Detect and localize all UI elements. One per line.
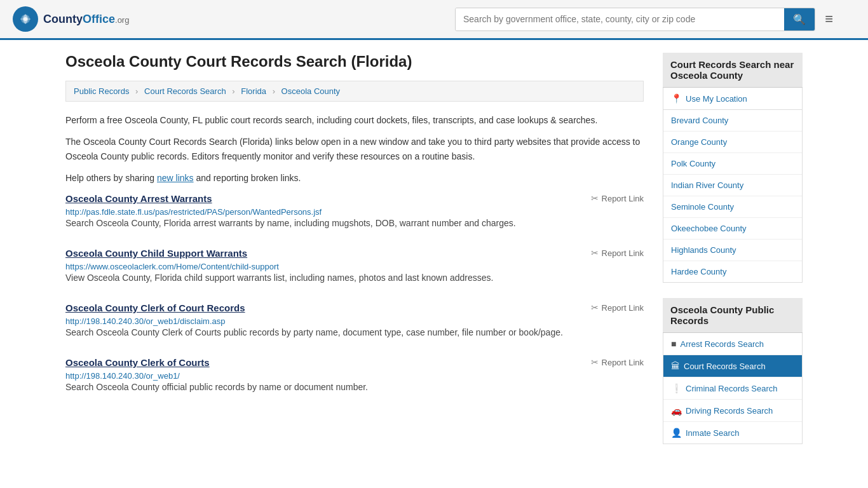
nearby-county-item[interactable]: Okeechobee County [663, 218, 802, 240]
public-records-item[interactable]: 🚗 Driving Records Search [663, 400, 802, 422]
public-records-item[interactable]: ❕ Criminal Records Search [663, 377, 802, 400]
nearby-county-link-0[interactable]: Brevard County [663, 110, 802, 131]
nearby-county-link-5[interactable]: Okeechobee County [663, 218, 802, 239]
result-item: Osceola County Clerk of Court Records ✂ … [65, 302, 644, 342]
result-header-3: Osceola County Clerk of Courts ✂ Report … [65, 357, 644, 368]
pr-icon-2: ❕ [671, 383, 682, 393]
public-records-link-4[interactable]: 👤 Inmate Search [663, 422, 802, 444]
nearby-county-link-3[interactable]: Indian River County [663, 175, 802, 196]
public-records-list: ■ Arrest Records Search 🏛 Court Records … [663, 333, 803, 444]
location-pin-icon: 📍 [671, 93, 682, 104]
nearby-county-link-1[interactable]: Orange County [663, 132, 802, 152]
result-desc-0: Search Osceola County, Florida arrest wa… [65, 217, 644, 230]
result-url-0[interactable]: http://pas.fdle.state.fl.us/pas/restrict… [65, 207, 322, 217]
pr-icon-4: 👤 [671, 428, 682, 438]
main-container: Osceola County Court Records Search (Flo… [53, 40, 815, 472]
report-link-0[interactable]: ✂ Report Link [591, 193, 644, 203]
desc3-post: and reporting broken links. [194, 173, 301, 183]
report-icon-2: ✂ [591, 302, 599, 313]
pr-icon-0: ■ [671, 339, 676, 349]
nearby-county-link-2[interactable]: Polk County [663, 153, 802, 174]
result-header-1: Osceola County Child Support Warrants ✂ … [65, 248, 644, 259]
logo-wordmark: CountyOffice.org [43, 13, 129, 26]
result-url-3[interactable]: http://198.140.240.30/or_web1/ [65, 371, 180, 381]
use-my-location-link[interactable]: 📍 Use My Location [663, 88, 802, 109]
result-item: Osceola County Clerk of Courts ✂ Report … [65, 357, 644, 396]
search-area: 🔍 ≡ [455, 8, 836, 31]
pr-label-0: Arrest Records Search [680, 339, 764, 349]
hamburger-icon: ≡ [825, 11, 833, 27]
breadcrumb-florida[interactable]: Florida [241, 86, 266, 96]
nearby-county-item[interactable]: Polk County [663, 153, 802, 175]
result-item: Osceola County Arrest Warrants ✂ Report … [65, 193, 644, 233]
pr-label-3: Driving Records Search [686, 406, 773, 416]
public-records-link-0[interactable]: ■ Arrest Records Search [663, 333, 802, 355]
breadcrumb-court-records[interactable]: Court Records Search [144, 86, 226, 96]
result-desc-2: Search Osceola County Clerk of Courts pu… [65, 326, 644, 339]
nearby-county-link-7[interactable]: Hardee County [663, 261, 802, 282]
result-desc-1: View Osceola County, Florida child suppo… [65, 271, 644, 285]
nearby-county-link-4[interactable]: Seminole County [663, 196, 802, 217]
result-title-1[interactable]: Osceola County Child Support Warrants [65, 248, 247, 259]
breadcrumb-public-records[interactable]: Public Records [74, 86, 129, 96]
nearby-counties-list: Brevard CountyOrange CountyPolk CountyIn… [663, 110, 803, 283]
search-input[interactable] [456, 8, 784, 30]
report-icon-1: ✂ [591, 248, 599, 258]
description-1: Perform a free Osceola County, FL public… [65, 113, 644, 127]
search-input-wrap: 🔍 [455, 8, 815, 31]
report-label-1: Report Link [602, 248, 644, 258]
desc3-pre: Help others by sharing [65, 173, 157, 183]
pr-icon-3: 🚗 [671, 405, 682, 416]
search-icon: 🔍 [793, 14, 806, 25]
nearby-county-item[interactable]: Highlands County [663, 240, 802, 261]
public-records-item[interactable]: 👤 Inmate Search [663, 422, 802, 444]
result-title-3[interactable]: Osceola County Clerk of Courts [65, 357, 210, 368]
results-list: Osceola County Arrest Warrants ✂ Report … [65, 193, 644, 396]
nearby-county-item[interactable]: Orange County [663, 132, 802, 153]
public-records-link-1[interactable]: 🏛 Court Records Search [663, 355, 802, 377]
page-title: Osceola County Court Records Search (Flo… [65, 53, 644, 71]
use-my-location-label: Use My Location [686, 94, 747, 104]
report-link-1[interactable]: ✂ Report Link [591, 248, 644, 258]
result-header-2: Osceola County Clerk of Court Records ✂ … [65, 302, 644, 313]
nearby-county-item[interactable]: Indian River County [663, 175, 802, 196]
result-desc-3: Search Osceola County official public re… [65, 381, 644, 394]
public-records-item[interactable]: ■ Arrest Records Search [663, 333, 802, 355]
nearby-county-item[interactable]: Hardee County [663, 261, 802, 282]
breadcrumb-osceola[interactable]: Osceola County [281, 86, 341, 96]
search-button[interactable]: 🔍 [784, 8, 815, 30]
nearby-county-link-6[interactable]: Highlands County [663, 240, 802, 261]
public-records-item[interactable]: 🏛 Court Records Search [663, 355, 802, 377]
public-records-link-2[interactable]: ❕ Criminal Records Search [663, 377, 802, 399]
public-records-link-3[interactable]: 🚗 Driving Records Search [663, 400, 802, 421]
pr-icon-1: 🏛 [671, 361, 680, 371]
report-link-3[interactable]: ✂ Report Link [591, 357, 644, 367]
result-title-0[interactable]: Osceola County Arrest Warrants [65, 193, 212, 204]
result-url-1[interactable]: https://www.osceolaclerk.com/Home/Conten… [65, 262, 279, 271]
breadcrumb: Public Records › Court Records Search › … [65, 81, 644, 102]
use-my-location-item[interactable]: 📍 Use My Location [663, 88, 802, 109]
logo-icon [13, 6, 38, 32]
report-icon-0: ✂ [591, 193, 599, 203]
nearby-county-item[interactable]: Seminole County [663, 196, 802, 218]
site-header: CountyOffice.org 🔍 ≡ [0, 0, 868, 40]
report-icon-3: ✂ [591, 357, 599, 367]
content-area: Osceola County Court Records Search (Flo… [65, 53, 644, 459]
report-link-2[interactable]: ✂ Report Link [591, 302, 644, 313]
logo[interactable]: CountyOffice.org [13, 6, 129, 32]
pr-label-1: Court Records Search [684, 362, 766, 371]
result-url-2[interactable]: http://198.140.240.30/or_web1/disclaim.a… [65, 316, 226, 326]
nearby-county-item[interactable]: Brevard County [663, 110, 802, 132]
public-records-section: Osceola County Public Records ■ Arrest R… [663, 298, 803, 444]
breadcrumb-sep-2: › [232, 86, 234, 96]
breadcrumb-sep-1: › [135, 86, 138, 96]
result-title-2[interactable]: Osceola County Clerk of Court Records [65, 302, 245, 313]
description-2: The Osceola County Court Records Search … [65, 135, 644, 163]
report-label-2: Report Link [602, 303, 644, 313]
result-header-0: Osceola County Arrest Warrants ✂ Report … [65, 193, 644, 204]
menu-button[interactable]: ≡ [822, 8, 836, 30]
new-links-link[interactable]: new links [157, 173, 194, 183]
sidebar: Court Records Search near Osceola County… [663, 53, 803, 459]
pr-label-2: Criminal Records Search [686, 384, 778, 393]
public-records-header: Osceola County Public Records [663, 298, 803, 333]
